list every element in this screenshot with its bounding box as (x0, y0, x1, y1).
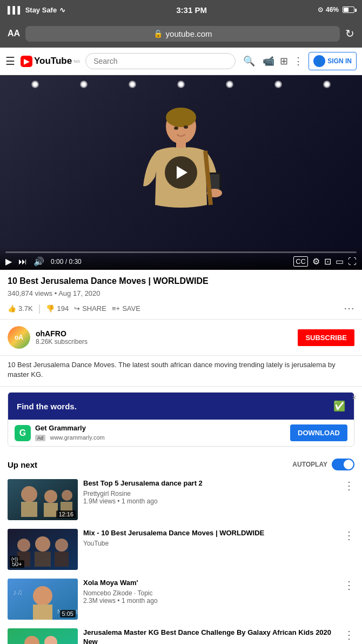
text-size-control[interactable]: AA (8, 29, 20, 38)
svg-point-1 (166, 108, 196, 127)
youtube-header: ☰ ▶ YouTubeNG 🔍 📹 ⊞ ⋮ 👤 SIGN IN (0, 48, 362, 75)
ceiling-light-5 (226, 81, 233, 88)
cc-icon[interactable]: CC (293, 256, 308, 267)
ad-banner-text: Find the words. (17, 402, 77, 411)
youtube-logo[interactable]: ▶ YouTubeNG (21, 56, 80, 67)
video-item-info-4: Jerusalema Master KG Best Dance Challeng… (83, 628, 336, 644)
carrier-label: Stay Safe (25, 6, 57, 14)
publish-date: Aug 17, 2020 (58, 289, 100, 297)
save-icon: ≡+ (112, 304, 120, 313)
ad-info: Get Grammarly Ad www.grammarly.com (35, 424, 286, 442)
play-arrow-icon (177, 166, 187, 179)
video-item-title-2: Mix - 10 Best Jerusalema Dance Moves | W… (83, 529, 336, 538)
apps-grid-icon[interactable]: ⊞ (280, 55, 288, 67)
thumb-radio-icon-2: (•)) (10, 556, 19, 562)
subscribe-button[interactable]: SUBSCRIBE (298, 329, 354, 346)
skip-next-icon[interactable]: ⏭ (18, 257, 27, 267)
video-title: 10 Best Jerusalema Dance Moves | WORLDWI… (8, 276, 354, 286)
time-display: 0:00 / 0:30 (51, 258, 82, 265)
save-button[interactable]: ≡+ SAVE (112, 304, 140, 313)
list-item[interactable]: ♪♫ Nomcebo 5:05 Xola Moya Wam' Nomcebo Z… (0, 574, 362, 624)
download-button[interactable]: DOWNLOAD (290, 424, 347, 441)
ad-footer: G Get Grammarly Ad www.grammarly.com DOW… (8, 420, 354, 446)
list-item[interactable]: 50+ (•)) Mix - 10 Best Jerusalema Dance … (0, 525, 362, 574)
svg-point-20 (55, 539, 68, 552)
ceiling-light-3 (129, 81, 136, 88)
more-actions-icon[interactable]: ⋯ (344, 302, 354, 315)
ad-check-icon: ✅ (333, 400, 345, 412)
list-item[interactable]: Galaxy Foundation 12:33 New Jerusalema M… (0, 624, 362, 644)
url-text: youtube.com (166, 29, 212, 38)
ad-app-name: Get Grammarly (35, 424, 286, 432)
thumb-bg-4: Galaxy Foundation (8, 628, 78, 644)
channel-avatar-inner: oA (8, 326, 30, 349)
ceiling-light-7 (323, 81, 331, 88)
hamburger-menu-icon[interactable]: ☰ (5, 55, 15, 68)
like-button[interactable]: 👍 3.7K (8, 304, 33, 313)
svg-point-13 (62, 490, 72, 501)
video-camera-icon[interactable]: 📹 (263, 55, 274, 67)
play-pause-icon[interactable]: ▶ (5, 256, 12, 267)
url-bar[interactable]: 🔒 youtube.com (25, 26, 340, 42)
more-options-icon-3[interactable]: ⋮ (341, 579, 354, 592)
sign-in-label: SIGN IN (327, 57, 352, 65)
toggle-knob (344, 460, 353, 469)
video-item-info-1: Best Top 5 Jerusalema dance part 2 Prett… (83, 479, 336, 505)
thumbnail-3: ♪♫ Nomcebo 5:05 (8, 579, 78, 620)
video-controls: ▶ ⏭ 🔊 0:00 / 0:30 CC ⚙ ⊡ ▭ ⛶ (0, 247, 362, 270)
browser-bar: AA 🔒 youtube.com ↻ (0, 19, 362, 48)
play-button[interactable] (165, 156, 197, 189)
more-options-icon-4[interactable]: ⋮ (341, 628, 354, 641)
autoplay-row: AUTOPLAY (292, 459, 354, 470)
dislike-button[interactable]: 👎 194 (46, 304, 69, 313)
channel-name[interactable]: ohAFRO (36, 329, 298, 338)
svg-point-9 (21, 486, 37, 502)
volume-icon[interactable]: 🔊 (33, 256, 44, 267)
svg-point-11 (44, 490, 57, 503)
thumb-duration-1: 12:16 (56, 510, 76, 518)
ceiling-light-1 (31, 81, 39, 88)
reload-button[interactable]: ↻ (345, 27, 354, 40)
video-item-channel-3: Nomcebo Zikode · Topic (83, 589, 336, 597)
thumbs-up-icon: 👍 (8, 304, 16, 313)
share-label: SHARE (82, 304, 106, 313)
video-item-meta-3: 2.3M views • 1 month ago (83, 597, 336, 605)
autoplay-toggle[interactable] (332, 459, 354, 470)
action-divider-1: | (38, 303, 41, 314)
battery-percent: 46% (326, 6, 339, 14)
more-options-icon-1[interactable]: ⋮ (341, 479, 354, 492)
wifi-icon: ∿ (59, 6, 65, 14)
video-player[interactable]: ▶ ⏭ 🔊 0:00 / 0:30 CC ⚙ ⊡ ▭ ⛶ (0, 75, 362, 270)
video-item-title-4: Jerusalema Master KG Best Dance Challeng… (83, 628, 336, 644)
ad-close-icon[interactable]: ✕ (352, 394, 357, 401)
more-options-icon-2[interactable]: ⋮ (341, 529, 354, 542)
list-item[interactable]: 12:16 Best Top 5 Jerusalema dance part 2… (0, 475, 362, 525)
share-button[interactable]: ↪ SHARE (74, 304, 106, 313)
progress-bar[interactable] (5, 251, 357, 253)
sign-in-avatar-icon: 👤 (313, 55, 325, 67)
ad-container: Find the words. ✅ G Get Grammarly Ad www… (8, 392, 354, 447)
ad-url-row: Ad www.grammarly.com (35, 432, 286, 442)
controls-left: ▶ ⏭ 🔊 0:00 / 0:30 (5, 256, 82, 267)
more-options-icon[interactable]: ⋮ (293, 55, 303, 67)
channel-avatar[interactable]: oA (8, 326, 30, 349)
svg-rect-10 (21, 502, 37, 517)
fullscreen-icon[interactable]: ⛶ (348, 257, 357, 267)
save-label: SAVE (122, 304, 140, 313)
thumbs-down-icon: 👎 (46, 304, 55, 313)
time-display: 3:31 PM (176, 5, 207, 15)
theater-icon[interactable]: ▭ (336, 256, 344, 267)
search-icon[interactable]: 🔍 (243, 55, 255, 67)
svg-point-7 (184, 125, 188, 129)
settings-icon[interactable]: ⚙ (312, 256, 320, 267)
status-left: ▌▌▌ Stay Safe ∿ (8, 6, 65, 14)
search-input[interactable] (85, 53, 236, 69)
ad-url: www.grammarly.com (50, 434, 104, 441)
yt-logo-icon: ▶ (21, 56, 32, 67)
sign-in-button[interactable]: 👤 SIGN IN (309, 52, 357, 70)
miniplayer-icon[interactable]: ⊡ (324, 256, 331, 267)
video-item-title-3: Xola Moya Wam' (83, 579, 336, 588)
ad-banner[interactable]: Find the words. ✅ (8, 393, 354, 420)
ad-wrapper: Find the words. ✅ G Get Grammarly Ad www… (0, 392, 362, 447)
video-item-channel-1: Prettygirl Rosine (83, 490, 336, 497)
